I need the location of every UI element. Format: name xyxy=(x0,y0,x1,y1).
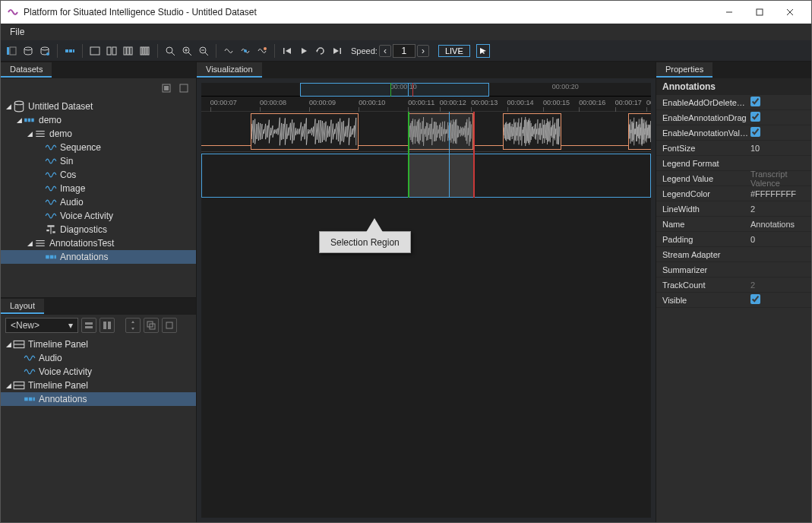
panel-3col-icon[interactable] xyxy=(121,43,136,59)
expand-arrow-icon[interactable]: ◢ xyxy=(14,116,24,124)
loop-icon[interactable] xyxy=(313,43,328,59)
panel-4col-icon[interactable] xyxy=(137,43,153,59)
dataset-open-icon[interactable] xyxy=(37,43,52,59)
speed-decrement-button[interactable]: ‹ xyxy=(379,45,391,57)
property-value[interactable]: Annotations xyxy=(750,220,805,229)
layout-addpanel-icon[interactable] xyxy=(81,318,96,333)
cursor-mode-icon[interactable] xyxy=(221,43,236,59)
tree-item-label: demo xyxy=(39,115,62,125)
tree-item[interactable]: Audio xyxy=(1,195,196,209)
panel-2col-icon[interactable] xyxy=(104,43,119,59)
layout-splitpanel-icon[interactable] xyxy=(100,318,115,333)
selection-region[interactable] xyxy=(408,154,473,197)
tree-item[interactable]: Cos xyxy=(1,168,196,182)
zoom-in-icon[interactable] xyxy=(179,43,194,59)
zoom-out-icon[interactable] xyxy=(196,43,211,59)
zoom-icon[interactable] xyxy=(163,43,178,59)
anno-icon xyxy=(45,252,57,262)
audio-track[interactable] xyxy=(201,112,651,152)
timeline-tracks[interactable] xyxy=(201,112,651,198)
svg-rect-13 xyxy=(107,47,111,55)
svg-rect-19 xyxy=(143,47,144,55)
tree-item[interactable]: ◢Untitled Dataset xyxy=(1,100,196,113)
overview-viewbox[interactable] xyxy=(300,83,489,97)
tree-item[interactable]: Sin xyxy=(1,154,196,168)
tree-item[interactable]: Annotations xyxy=(1,250,196,264)
properties-tab-bar: Properties xyxy=(656,62,811,78)
property-checkbox[interactable] xyxy=(750,97,760,106)
property-checkbox[interactable] xyxy=(750,294,760,304)
audio-segment[interactable] xyxy=(503,113,561,150)
tree-item[interactable]: Annotations xyxy=(1,392,196,406)
expand-arrow-icon[interactable]: ◢ xyxy=(25,239,34,247)
speed-input[interactable] xyxy=(393,44,415,58)
maximize-button[interactable] xyxy=(744,1,775,24)
property-value[interactable]: Transcript Valence xyxy=(750,170,805,188)
live-button[interactable]: LIVE xyxy=(438,45,470,57)
datasets-action-1-icon[interactable] xyxy=(159,81,174,96)
tree-item[interactable]: ◢AnnotationsTest xyxy=(1,236,196,250)
tree-item[interactable]: Voice Activity xyxy=(1,365,196,379)
tree-item[interactable]: ◢demo xyxy=(1,113,196,127)
tree-item[interactable]: ◢Timeline Panel xyxy=(1,338,196,351)
property-value[interactable]: 2 xyxy=(750,204,805,214)
tree-item-label: Annotations xyxy=(60,252,108,262)
datasets-tab[interactable]: Datasets xyxy=(1,62,52,78)
property-value[interactable]: 10 xyxy=(750,144,805,153)
file-menu[interactable]: File xyxy=(5,25,29,39)
pointer-tool-icon[interactable] xyxy=(476,44,490,58)
skip-end-icon[interactable] xyxy=(330,43,345,59)
property-checkbox[interactable] xyxy=(750,127,760,137)
timeline-ruler[interactable]: 00:00:0700:00:0800:00:0900:00:1000:00:11… xyxy=(201,97,651,112)
tree-item[interactable]: Sequence xyxy=(1,141,196,154)
expand-arrow-icon[interactable]: ◢ xyxy=(25,130,34,138)
tree-item[interactable]: Voice Activity xyxy=(1,209,196,223)
annotation-tool-icon[interactable] xyxy=(62,43,77,59)
tree-item[interactable]: Diagnostics xyxy=(1,223,196,236)
visualization-tab-bar: Visualization xyxy=(197,62,656,78)
layout-delete-icon[interactable] xyxy=(162,318,177,333)
annotation-track[interactable] xyxy=(201,154,651,198)
layout-1-icon[interactable] xyxy=(4,43,19,59)
properties-tab[interactable]: Properties xyxy=(656,62,712,78)
property-value[interactable]: #FFFFFFFF xyxy=(750,189,805,198)
property-checkbox[interactable] xyxy=(750,112,760,122)
expand-arrow-icon[interactable]: ◢ xyxy=(4,103,13,110)
panel-1col-icon[interactable] xyxy=(87,43,103,59)
datasets-action-2-icon[interactable] xyxy=(176,81,191,96)
audio-segment[interactable] xyxy=(628,113,651,150)
expand-arrow-icon[interactable]: ◢ xyxy=(4,341,13,348)
cursor-snap-icon[interactable] xyxy=(238,43,253,59)
tree-item[interactable]: Image xyxy=(1,182,196,195)
timeline-overview[interactable]: 00:00:1000:00:20 xyxy=(201,83,651,97)
ruler-tick: 00:00:15 xyxy=(543,99,570,106)
property-value[interactable] xyxy=(750,112,805,123)
layout-tab[interactable]: Layout xyxy=(1,299,44,314)
tree-item[interactable]: Audio xyxy=(1,351,196,365)
visualization-canvas[interactable]: 00:00:1000:00:20 00:00:0700:00:0800:00:0… xyxy=(201,83,651,518)
property-row: LegendColor#FFFFFFFF xyxy=(656,186,811,201)
layout-selector[interactable]: <New> ▾ xyxy=(5,318,78,333)
dataset-create-icon[interactable] xyxy=(21,43,36,59)
overview-tick: 00:00:20 xyxy=(552,83,579,90)
audio-segment[interactable] xyxy=(251,113,359,150)
cursor-follow-icon[interactable] xyxy=(254,43,270,59)
minimize-button[interactable] xyxy=(714,1,744,24)
property-key: LegendColor xyxy=(662,189,750,198)
visualization-tab[interactable]: Visualization xyxy=(197,62,262,78)
layout-copy-icon[interactable] xyxy=(144,318,159,333)
property-value[interactable] xyxy=(750,97,805,108)
layout-move-icon[interactable] xyxy=(125,318,141,333)
tree-item[interactable]: ◢Timeline Panel xyxy=(1,379,196,392)
close-button[interactable] xyxy=(775,1,805,24)
property-value[interactable] xyxy=(750,127,805,138)
expand-arrow-icon[interactable]: ◢ xyxy=(4,382,13,389)
play-icon[interactable] xyxy=(296,43,311,59)
property-value[interactable] xyxy=(750,294,805,306)
speed-increment-button[interactable]: › xyxy=(417,45,429,57)
property-value[interactable]: 0 xyxy=(750,235,805,244)
tree-item[interactable]: ◢demo xyxy=(1,127,196,141)
svg-rect-16 xyxy=(127,47,129,55)
property-value[interactable]: 2 xyxy=(750,281,805,290)
skip-start-icon[interactable] xyxy=(280,43,295,59)
